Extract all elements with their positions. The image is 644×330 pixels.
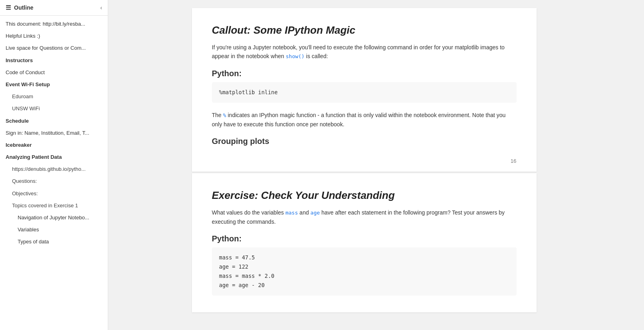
sidebar-item-questions[interactable]: Questions: [0,175,108,187]
code-line: mass = 47.5 [219,253,509,262]
outline-icon: ☰ [6,4,11,11]
grouping-heading: Grouping plots [212,137,517,146]
code-block-matplotlib: %matplotlib inline [212,82,517,103]
callout-intro-text: If you're using a Jupyter notebook, you'… [212,44,505,59]
code-line: age = 122 [219,262,509,271]
sidebar-item-sign-in[interactable]: Sign in: Name, Institution, Email, T... [0,127,108,139]
mass-var: mass [285,210,298,216]
matplotlib-code: %matplotlib inline [219,89,278,95]
sidebar-item-variables[interactable]: Variables [0,224,108,236]
right-gutter [620,0,644,330]
page-number-1: 16 [212,158,517,164]
sidebar-item-schedule[interactable]: Schedule [0,115,108,127]
exercise-heading: Exercise: Check Your Understanding [212,189,517,202]
callout-heading: Callout: Some IPython Magic [212,24,517,36]
python-label-2: Python: [212,234,517,243]
code-line: age = age - 20 [219,281,509,290]
age-var: age [311,210,320,216]
content-wrapper: Callout: Some IPython Magic If you're us… [108,0,620,330]
percent-code: % [223,112,226,118]
sidebar-item-this-document[interactable]: This document: http://bit.ly/resba... [0,18,108,30]
sidebar-item-analyzing-patient-data[interactable]: Analyzing Patient Data [0,151,108,163]
sidebar-item-code-of-conduct[interactable]: Code of Conduct [0,67,108,79]
sidebar-item-navigation-jupyter[interactable]: Navigation of Jupyter Notebo... [0,212,108,224]
sidebar-nav: This document: http://bit.ly/resba...Hel… [0,16,108,330]
python-label-1: Python: [212,69,517,78]
sidebar-item-live-space[interactable]: Live space for Questions or Com... [0,42,108,54]
collapse-icon[interactable]: ‹ [100,4,102,11]
sidebar-item-helpful-links[interactable]: Helpful Links :) [0,30,108,42]
outline-label: Outline [14,4,33,11]
sidebar-item-topics-covered[interactable]: Topics covered in Exercise 1 [0,200,108,212]
sidebar-item-objectives[interactable]: Objectives: [0,188,108,200]
sidebar: ☰ Outline ‹ This document: http://bit.ly… [0,0,108,330]
page-card-1: Callout: Some IPython Magic If you're us… [192,8,537,172]
sidebar-item-eduroam[interactable]: Eduroam [0,91,108,103]
code-block-exercise: mass = 47.5age = 122mass = mass * 2.0age… [212,247,517,296]
sidebar-title: ☰ Outline [6,4,33,11]
exercise-intro: What values do the variables mass and ag… [212,208,517,226]
sidebar-item-types-of-data[interactable]: Types of data [0,236,108,248]
and-text: and [299,209,309,216]
callout-intro: If you're using a Jupyter notebook, you'… [212,43,517,61]
sidebar-header: ☰ Outline ‹ [0,0,108,16]
show-fn: show() [286,53,305,59]
sidebar-item-unsw-wifi[interactable]: UNSW WiFi [0,103,108,115]
magic-desc: The % indicates an IPython magic functio… [212,111,517,129]
sidebar-item-event-wifi[interactable]: Event Wi-Fi Setup [0,79,108,91]
desc-prefix: The [212,112,222,118]
desc-rest: indicates an IPython magic function - a … [212,112,506,128]
sidebar-item-icebreaker[interactable]: Icebreaker [0,139,108,151]
sidebar-item-github-link[interactable]: https://denubis.github.io/pytho... [0,163,108,175]
callout-intro-end: is called: [306,53,328,59]
code-line: mass = mass * 2.0 [219,271,509,281]
page-card-2: Exercise: Check Your Understanding What … [192,173,537,312]
sidebar-item-instructors[interactable]: Instructors [0,55,108,67]
main-area: Callout: Some IPython Magic If you're us… [108,0,644,330]
intro-prefix: What values do the variables [212,209,284,216]
